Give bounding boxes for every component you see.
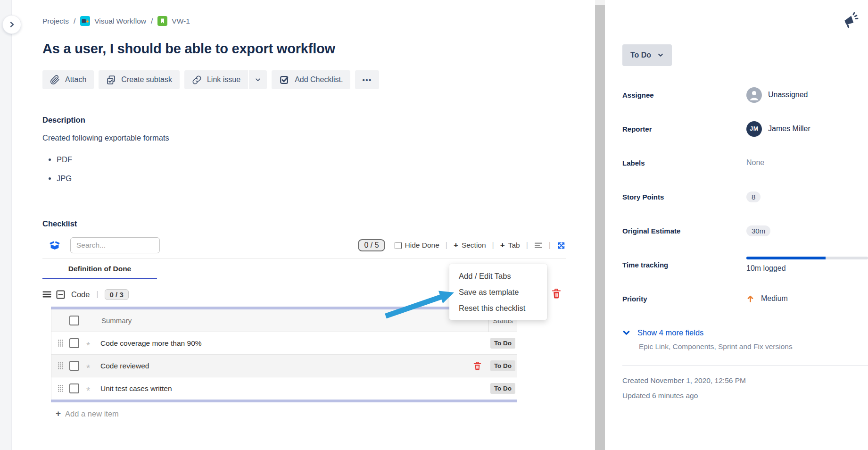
left-rail <box>0 0 12 450</box>
add-new-item-button[interactable]: + Add a new item <box>56 408 566 419</box>
chevron-down-icon <box>657 52 664 58</box>
paperclip-icon <box>50 75 60 85</box>
ellipsis-icon: ••• <box>362 76 372 84</box>
time-logged-text: 10m logged <box>746 264 868 273</box>
table-row[interactable]: * Unit test cases written To Do <box>51 377 517 400</box>
description-bullet-list: PDF JPG <box>42 155 566 183</box>
labels-value[interactable]: None <box>746 158 868 167</box>
time-tracking-value[interactable]: 10m logged <box>746 257 868 273</box>
item-status-badge[interactable]: To Do <box>490 383 515 394</box>
issue-main: Projects / Visual Workflow / VW-1 As a u… <box>11 0 595 450</box>
item-summary[interactable]: Unit test cases written <box>100 384 489 393</box>
drag-handle-icon[interactable] <box>55 339 66 347</box>
delete-section-trash-icon[interactable] <box>552 288 561 299</box>
table-row[interactable]: * Code reviewed To Do <box>51 355 517 377</box>
description-heading: Description <box>42 116 566 125</box>
menu-item-reset-checklist[interactable]: Reset this checklist <box>449 300 547 316</box>
menu-item-save-as-template[interactable]: Save as template <box>449 284 547 300</box>
priority-value[interactable]: Medium <box>746 294 868 303</box>
drag-handle-icon[interactable] <box>42 291 51 298</box>
scrollbar-thumb[interactable] <box>595 0 605 5</box>
create-subtask-button[interactable]: Create subtask <box>99 70 180 89</box>
checklist-search-input[interactable] <box>70 237 160 253</box>
reporter-value[interactable]: JM James Miller <box>746 121 868 137</box>
delete-item-trash-icon[interactable] <box>473 361 481 371</box>
project-avatar-icon <box>80 16 90 26</box>
link-issue-split-button: Link issue <box>184 70 267 89</box>
field-label: Reporter <box>622 125 746 133</box>
checklist-toolbar: 0 / 5 Hide Done | + Section | + Tab | <box>42 235 566 255</box>
field-label: Priority <box>622 295 746 303</box>
link-issue-button[interactable]: Link issue <box>184 70 248 89</box>
list-item: JPG <box>57 174 566 183</box>
field-label: Story Points <box>622 193 746 201</box>
add-section-label: Section <box>462 241 486 250</box>
select-all-checkbox[interactable] <box>69 316 79 325</box>
hide-done-checkbox[interactable] <box>395 242 402 249</box>
plus-icon: + <box>454 241 458 250</box>
issue-title[interactable]: As a user, I should be able to export wo… <box>42 40 566 57</box>
item-checkbox[interactable] <box>69 383 79 393</box>
drag-handle-icon[interactable] <box>55 362 66 370</box>
add-checklist-button[interactable]: Add Checklist. <box>272 70 350 89</box>
add-tab-label: Tab <box>508 241 520 250</box>
checklist-icon <box>279 75 289 85</box>
breadcrumb: Projects / Visual Workflow / VW-1 <box>42 0 566 26</box>
item-status-badge[interactable]: To Do <box>490 360 515 371</box>
attach-button[interactable]: Attach <box>42 70 94 89</box>
megaphone-icon[interactable] <box>842 11 859 28</box>
breadcrumb-issue-key[interactable]: VW-1 <box>157 16 190 26</box>
item-summary[interactable]: Code coverage more than 90% <box>100 339 489 348</box>
chevron-down-icon <box>255 76 261 83</box>
priority-name: Medium <box>761 294 788 303</box>
vertical-scrollbar[interactable] <box>595 0 605 450</box>
plus-icon: + <box>500 241 505 250</box>
expand-sidebar-button[interactable] <box>3 16 21 33</box>
more-actions-button[interactable]: ••• <box>355 70 379 89</box>
original-estimate-pill[interactable]: 30m <box>746 225 770 236</box>
created-timestamp: Created November 1, 2020, 12:56 PM <box>622 376 868 385</box>
field-priority: Priority Medium <box>622 282 868 316</box>
collapse-section-icon[interactable] <box>56 290 65 299</box>
add-checklist-label: Add Checklist. <box>295 75 343 84</box>
status-label: To Do <box>630 51 651 59</box>
avatar: JM <box>746 121 762 137</box>
add-tab-button[interactable]: + Tab <box>500 241 520 250</box>
description-body[interactable]: Created following exportable formats <box>42 133 566 142</box>
section-name[interactable]: Code <box>71 290 90 299</box>
toolbar-separator: | <box>492 241 494 250</box>
field-reporter: Reporter JM James Miller <box>622 112 868 146</box>
story-points-pill[interactable]: 8 <box>746 192 761 202</box>
section-separator: | <box>96 290 98 299</box>
expand-checklist-button[interactable] <box>557 241 566 250</box>
drop-zone-bar <box>51 400 517 402</box>
menu-item-add-edit-tabs[interactable]: Add / Edit Tabs <box>449 268 547 284</box>
breadcrumb-label: Visual Workflow <box>94 17 146 25</box>
attach-label: Attach <box>65 75 86 84</box>
table-row[interactable]: * Code coverage more than 90% To Do <box>51 332 517 355</box>
assignee-value[interactable]: Unassigned <box>746 87 868 103</box>
breadcrumb-project[interactable]: Visual Workflow <box>80 16 146 26</box>
box-icon <box>48 239 61 252</box>
checklist-menu-button[interactable] <box>534 242 543 249</box>
field-label: Labels <box>622 159 746 167</box>
hide-done-toggle[interactable]: Hide Done <box>395 241 439 250</box>
show-more-fields-link[interactable]: Show 4 more fields <box>622 328 868 337</box>
mandatory-star-icon: * <box>86 339 93 348</box>
item-summary[interactable]: Code reviewed <box>100 362 473 370</box>
item-checkbox[interactable] <box>69 361 79 371</box>
table-header-row: Summary Status <box>51 309 517 332</box>
drag-handle-icon[interactable] <box>55 384 66 392</box>
story-points-value: 8 <box>746 192 868 202</box>
time-progress-track <box>746 257 868 259</box>
mandatory-star-icon: * <box>86 384 93 393</box>
tab-definition-of-done[interactable]: Definition of Done <box>42 258 157 279</box>
add-section-button[interactable]: + Section <box>454 241 486 250</box>
item-status-badge[interactable]: To Do <box>490 338 515 349</box>
breadcrumb-projects[interactable]: Projects <box>42 17 69 25</box>
checklist-toolbar-controls: 0 / 5 Hide Done | + Section | + Tab | <box>358 239 566 251</box>
link-issue-dropdown-button[interactable] <box>248 70 267 89</box>
item-checkbox[interactable] <box>69 338 79 348</box>
status-dropdown-button[interactable]: To Do <box>622 44 672 66</box>
toolbar-separator: | <box>549 241 551 250</box>
